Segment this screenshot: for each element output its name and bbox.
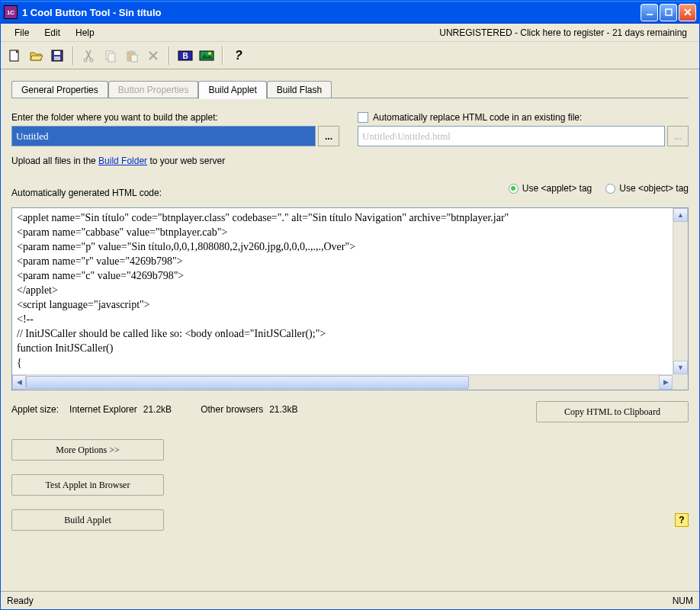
svg-rect-1	[666, 9, 672, 15]
window-title: 1 Cool Button Tool - Sin título	[22, 7, 641, 18]
test-applet-button[interactable]: Test Applet in Browser	[11, 474, 164, 496]
window-controls: ✕	[641, 4, 696, 21]
svg-rect-0	[647, 14, 653, 15]
tab-panel: Enter the folder where you want to build…	[11, 98, 689, 591]
code-content[interactable]: <applet name="Sin título" code="btnplaye…	[12, 208, 688, 374]
code-label: Automatically generated HTML code:	[11, 188, 162, 198]
status-numlock: NUM	[673, 596, 693, 606]
help-button[interactable]: ?	[230, 47, 248, 65]
image-tool-icon[interactable]	[197, 47, 216, 65]
scroll-right-icon[interactable]: ▶	[659, 375, 673, 390]
scroll-corner	[673, 374, 688, 390]
svg-point-6	[84, 59, 87, 62]
titlebar[interactable]: 1C 1 Cool Button Tool - Sin título ✕	[1, 1, 699, 24]
vertical-scrollbar[interactable]: ▲▼	[673, 208, 688, 374]
radio-object[interactable]	[605, 184, 615, 194]
toolbar-separator	[222, 47, 223, 65]
build-applet-button[interactable]: Build Applet	[11, 509, 164, 531]
menubar: File Edit Help UNREGISTERED - Click here…	[1, 24, 699, 42]
scroll-up-icon[interactable]: ▲	[673, 208, 688, 222]
menu-edit[interactable]: Edit	[37, 26, 68, 40]
svg-text:B: B	[182, 52, 188, 60]
minimize-button[interactable]	[641, 4, 658, 21]
button-tool-icon[interactable]: B	[176, 47, 194, 65]
menu-help[interactable]: Help	[68, 26, 102, 40]
auto-replace-browse-button: ...	[667, 126, 689, 146]
applet-size-info: Applet size: Internet Explorer 21.2kB Ot…	[11, 404, 298, 415]
folder-input[interactable]	[11, 126, 316, 146]
new-button[interactable]	[5, 47, 24, 65]
svg-point-16	[208, 52, 211, 55]
maximize-button[interactable]	[660, 4, 677, 21]
auto-replace-label: Automatically replace HTML code in an ex…	[373, 112, 582, 123]
radio-object-row[interactable]: Use <object> tag	[605, 183, 689, 194]
content-area: General Properties Button Properties Bui…	[1, 69, 699, 591]
tab-build-flash[interactable]: Build Flash	[267, 81, 332, 98]
svg-rect-12	[131, 55, 137, 62]
radio-applet[interactable]	[509, 184, 519, 194]
svg-rect-15	[200, 51, 214, 60]
copy-html-button[interactable]: Copy HTML to Clipboard	[536, 401, 689, 422]
tab-button-properties[interactable]: Button Properties	[108, 81, 199, 98]
code-textarea[interactable]: <applet name="Sin título" code="btnplaye…	[11, 207, 689, 390]
app-window: 1C 1 Cool Button Tool - Sin título ✕ Fil…	[0, 0, 700, 610]
toolbar-separator	[72, 47, 74, 65]
svg-rect-4	[54, 51, 60, 55]
paste-button[interactable]	[123, 47, 141, 65]
save-button[interactable]	[48, 47, 66, 65]
svg-point-7	[90, 59, 93, 62]
register-notice[interactable]: UNREGISTERED - Click here to register - …	[439, 27, 693, 38]
toolbar-separator	[169, 47, 170, 65]
scroll-left-icon[interactable]: ◀	[12, 375, 26, 390]
scroll-thumb[interactable]	[26, 376, 469, 389]
svg-rect-9	[108, 53, 115, 62]
tab-general[interactable]: General Properties	[11, 81, 108, 98]
auto-replace-row[interactable]: Automatically replace HTML code in an ex…	[358, 112, 689, 123]
svg-rect-5	[54, 56, 60, 60]
folder-browse-button[interactable]: ...	[318, 126, 339, 146]
close-button[interactable]: ✕	[679, 4, 696, 21]
svg-rect-11	[130, 50, 133, 53]
auto-replace-input	[358, 126, 665, 146]
upload-note: Upload all files in the Build Folder to …	[11, 156, 339, 166]
tab-strip: General Properties Button Properties Bui…	[11, 79, 689, 98]
copy-button[interactable]	[101, 47, 120, 65]
toolbar: B ?	[1, 42, 699, 69]
scroll-track[interactable]	[26, 375, 659, 390]
scroll-down-icon[interactable]: ▼	[673, 361, 688, 374]
open-button[interactable]	[27, 47, 45, 65]
delete-button[interactable]	[144, 47, 162, 65]
horizontal-scrollbar[interactable]: ◀▶	[12, 374, 673, 390]
menu-file[interactable]: File	[7, 26, 37, 40]
svg-text:?: ?	[235, 49, 242, 62]
statusbar: Ready NUM	[1, 591, 699, 609]
more-options-button[interactable]: More Options >>	[11, 439, 164, 461]
build-folder-link[interactable]: Build Folder	[98, 156, 147, 166]
folder-label: Enter the folder where you want to build…	[11, 112, 339, 123]
cut-button[interactable]	[80, 47, 98, 65]
context-help-icon[interactable]: ?	[675, 513, 689, 527]
auto-replace-checkbox[interactable]	[358, 112, 368, 123]
radio-applet-row[interactable]: Use <applet> tag	[509, 183, 592, 194]
tab-build-applet[interactable]: Build Applet	[198, 81, 266, 99]
status-text: Ready	[7, 596, 34, 606]
app-icon: 1C	[4, 5, 18, 19]
